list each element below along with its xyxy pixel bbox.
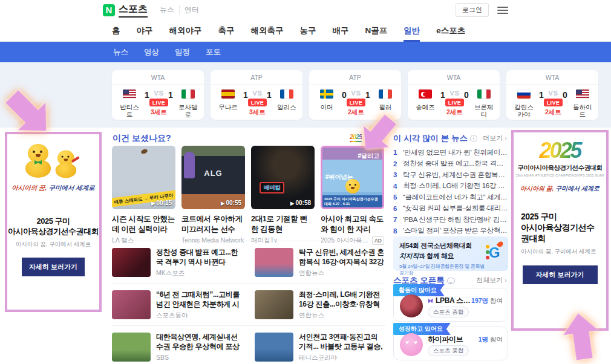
subnav-schedule[interactable]: 일정: [175, 47, 190, 57]
score-card[interactable]: WTA 밥티스트 1 VS LIVE 3세트 1: [112, 70, 204, 120]
news-title[interactable]: “6년 전 그때처럼”...고비를 넘긴 안재현은 차분하게 시상...: [156, 290, 243, 309]
ad-detail-button[interactable]: 자세히 보러가기: [523, 265, 598, 284]
most-viewed-item[interactable]: 2정찬성 중대 발표 예고...한국 격투기 역사 바뀐다: [393, 158, 508, 170]
ad-subtitle: 아시아의 꿈, 구미에서 세계로: [514, 248, 606, 256]
butterfly-icon: [428, 299, 433, 304]
tab-home[interactable]: 홈: [112, 20, 120, 42]
opentalk-room[interactable]: 성장하고 있어요 하이파이브 1명 참여 스포츠 종합: [393, 327, 508, 360]
news-title[interactable]: 탁구 신유빈, 세계선수권 혼합복식 16강·여자복식 32강 진출: [299, 248, 385, 267]
tab-world-baseball[interactable]: 해외야구: [169, 20, 202, 42]
brand-sports[interactable]: 스포츠: [119, 3, 148, 18]
vs-label: VS: [548, 89, 558, 97]
header-link-enter[interactable]: 엔터: [179, 5, 204, 15]
news-item[interactable]: 서인천고 3연패·동진고의 기적... 바볼랏 고등부 결승, 새... 테니스…: [255, 333, 385, 362]
news-source: 연합뉴스: [299, 311, 385, 320]
subnav-photo[interactable]: 포토: [206, 47, 221, 57]
video-card[interactable]: 매미킴 00:58 2대1로 기절할 뻔한 김동현 매미킴Tv: [251, 146, 315, 245]
naver-logo-icon[interactable]: N: [103, 4, 115, 16]
opentalk-ribbon-badge: 성장하고 있어요: [393, 323, 451, 335]
right-ad-gumi-athletics[interactable]: 2025 구미아시아육상경기선수권대회 26th ASIAN ATHLETICS…: [511, 130, 609, 331]
subnav-news[interactable]: 뉴스: [113, 47, 128, 57]
news-title[interactable]: 대한육상연맹, 세계실내선수권 우승한 우상혁에 포상금 5천...: [156, 333, 243, 351]
score-card[interactable]: WTA 칼린스카야 1 VS LIVE 2세트 0: [506, 70, 598, 120]
team-flag-icon: [280, 89, 293, 99]
naver-sports-page: N 스포츠 뉴스 엔터 로그인 홈 야구 해외야구 축구 해외축구 농구 배구 …: [0, 0, 611, 364]
ad-detail-button[interactable]: 자세히 보러가기: [22, 258, 85, 276]
news-item[interactable]: 최정·스미레, LG배 기왕전 16강 진출...이창호·유창혁 탈락 연합뉴스: [255, 290, 385, 320]
most-viewed-item[interactable]: 7'PBA 신생구단 하림 창단멤버' 김상아 “고창급이라 ...: [393, 214, 508, 226]
most-viewed-more-link[interactable]: 더보기: [483, 134, 507, 143]
team-name: 송메즈: [413, 103, 437, 111]
league-label: ATP: [211, 70, 302, 85]
room-name[interactable]: LPBA 스롱 피아비 ...: [436, 296, 471, 306]
tab-world-soccer[interactable]: 해외축구: [251, 20, 284, 42]
login-button[interactable]: 로그인: [456, 3, 489, 17]
most-viewed-item[interactable]: 3탁구 신유빈, 세계선수권 혼합복식 16강·여자복식 3...: [393, 169, 508, 181]
video-thumbnail[interactable]: #달리고 #뛰어넘는 2025 구미 아시아육상경기선수권대회 5.27 - 5…: [321, 146, 384, 209]
news-item[interactable]: 탁구 신유빈, 세계선수권 혼합복식 16강·여자복식 32강 진출 연합뉴스: [255, 248, 385, 278]
live-badge: LIVE: [347, 99, 365, 106]
room-name[interactable]: 하이파이브: [428, 334, 463, 345]
video-card[interactable]: ALG 00:55 코트에서 우아하게 미끄러지는 선수들;;; Tennis …: [181, 146, 245, 245]
score-card[interactable]: ATP 이머 0 VS LIVE 2세트 1: [309, 70, 401, 120]
video-title[interactable]: 코트에서 우아하게 미끄러지는 선수들;;;: [181, 214, 245, 234]
news-item[interactable]: 정찬성 중대 발표 예고...한국 격투기 역사 바뀐다 MK스포츠: [112, 248, 243, 278]
video-title[interactable]: 2대1로 기절할 뻔한 김동현: [251, 214, 315, 234]
team-name: 뮐러: [373, 103, 397, 111]
tab-general-active[interactable]: 일반: [404, 20, 420, 42]
news-title[interactable]: 서인천고 3연패·동진고의 기적... 바볼랏 고등부 결승, 새...: [299, 333, 385, 351]
chzzk-event-banner[interactable]: 제54회 전국소년체육대회 치지직과 함께 해요 5월 24일~27일 김해종합…: [393, 236, 508, 271]
live-badge: LIVE: [248, 99, 267, 106]
header-link-news[interactable]: 뉴스: [155, 5, 179, 15]
hamburger-menu-icon[interactable]: [497, 7, 508, 14]
ad-title: 2025 구미아시아육상경기선수권대회: [514, 211, 606, 244]
video-title[interactable]: 시즌 시작도 안했는데 이런 실력이라니!: [112, 214, 175, 234]
news-thumbnail: [255, 333, 293, 362]
video-card-sponsored[interactable]: #달리고 #뛰어넘는 2025 구미 아시아육상경기선수권대회 5.27 - 5…: [321, 146, 384, 245]
team-flag-icon: [181, 89, 195, 99]
room-avatar: [400, 333, 423, 356]
left-ad-gumi-athletics[interactable]: 아시아의 꿈, 구미에서 세계로 2025 구미아시아육상경기선수권대회 아시아…: [5, 132, 102, 312]
vs-label: VS: [449, 89, 459, 97]
most-viewed-item[interactable]: 5“클레이코트에선 네가 최고” 세계 1위 상대도 인정...: [393, 192, 508, 203]
videos-section-title: 이건 보셨나요?: [113, 133, 171, 144]
tab-baseball[interactable]: 야구: [137, 20, 153, 42]
opentalk-more-link[interactable]: 전체보기: [476, 276, 507, 285]
tab-basketball[interactable]: 농구: [300, 20, 316, 42]
info-icon[interactable]: [470, 135, 477, 142]
tab-esports[interactable]: e스포츠: [436, 20, 465, 42]
tab-ngolf[interactable]: N골프: [365, 20, 388, 42]
subnav-video[interactable]: 영상: [144, 47, 159, 57]
most-viewed-item[interactable]: 4최정·스미레, LG배 기왕전 16강 진출...이창호·유창혁 ...: [393, 181, 508, 192]
set-status: 3세트: [151, 108, 167, 117]
news-thumbnail: [112, 248, 151, 277]
ad-subtitle: 아시아의 꿈, 구미에서 세계로: [7, 241, 99, 249]
video-card[interactable]: 매튜 스태퍼드 → 푸카 나쿠아 00:15 시즌 시작도 안했는데 이런 실력…: [112, 146, 175, 245]
news-source: 테니스코리아: [299, 354, 385, 362]
video-thumbnail[interactable]: ALG 00:55: [181, 146, 245, 209]
news-title[interactable]: 최정·스미레, LG배 기왕전 16강 진출...이창호·유창혁 탈락: [299, 290, 385, 309]
mascot-characters: [7, 144, 99, 179]
video-duration: 00:58: [290, 200, 311, 206]
score-card[interactable]: ATP 무나르 1 VS LIVE 3세트 1: [211, 70, 302, 120]
most-viewed-item[interactable]: 6“女직원 커피 심부름·성희롱·대리 운전 지시” OO시 ...: [393, 203, 508, 215]
tab-volleyball[interactable]: 배구: [333, 20, 349, 42]
team-flag-icon: [320, 89, 333, 99]
room-participants: 1명 참여: [479, 336, 503, 344]
most-viewed-item[interactable]: 8'스마일 점퍼' 포상금 받은 우상혁 “구미 아시아선수...: [393, 226, 508, 237]
news-title[interactable]: 정찬성 중대 발표 예고...한국 격투기 역사 바뀐다: [156, 248, 243, 267]
opentalk-room[interactable]: 활동이 많아요 LPBA 스롱 피아비 ... 197명 참여 스포츠 종합: [393, 288, 508, 322]
banner-subtitle: 치지직과 함께 해요: [399, 252, 486, 261]
news-thumbnail: [255, 290, 293, 319]
mascot-icon: [345, 179, 360, 193]
tab-soccer[interactable]: 축구: [218, 20, 235, 42]
video-thumbnail[interactable]: 매미킴 00:58: [251, 146, 315, 209]
video-title[interactable]: 아시아 최고의 속도와 힘이 한 자리에?!: [321, 214, 384, 234]
news-item[interactable]: “6년 전 그때처럼”...고비를 넘긴 안재현은 차분하게 시상... 스포츠…: [112, 290, 243, 320]
sub-navigation: 뉴스 영상 일정 포토: [0, 42, 611, 62]
score-card[interactable]: WTA 송메즈 1 VS LIVE 2세트 0: [408, 70, 500, 120]
most-viewed-item[interactable]: 1'안세영 없으면 내가 퀸' 천위페이, 태국오픈 우승→홀...: [393, 147, 508, 158]
live-score-strip: WTA 밥티스트 1 VS LIVE 3세트 1: [0, 62, 611, 128]
news-item[interactable]: 대한육상연맹, 세계실내선수권 우승한 우상혁에 포상금 5천... SBS: [112, 333, 243, 362]
video-thumbnail[interactable]: 매튜 스태퍼드 → 푸카 나쿠아 00:15: [112, 146, 175, 209]
